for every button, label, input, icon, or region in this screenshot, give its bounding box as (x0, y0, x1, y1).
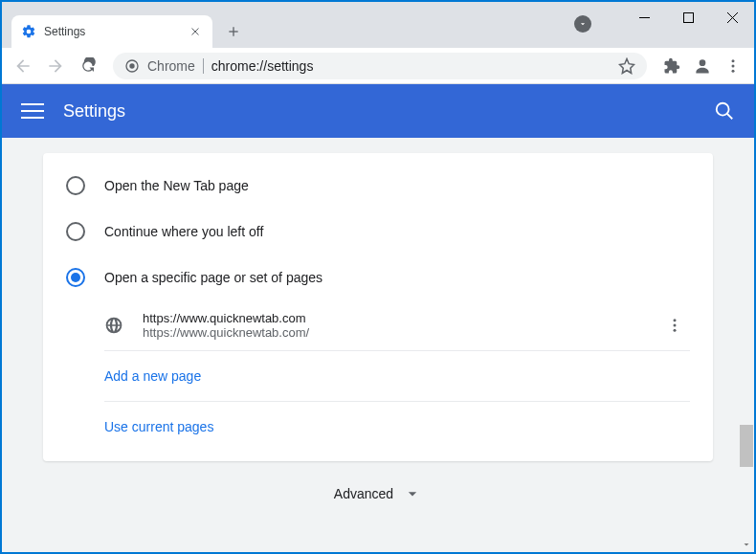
profile-avatar-icon[interactable] (689, 53, 716, 79)
more-actions-button[interactable] (659, 310, 690, 341)
extensions-icon[interactable] (658, 53, 685, 79)
on-startup-card: Open the New Tab page Continue where you… (43, 153, 713, 461)
radio-icon (66, 176, 85, 195)
radio-icon (66, 268, 85, 287)
svg-point-21 (674, 329, 677, 332)
browser-menu-icon[interactable] (720, 53, 746, 79)
site-info-icon[interactable] (124, 58, 140, 74)
maximize-button[interactable] (666, 2, 710, 33)
globe-icon (104, 316, 123, 335)
forward-button[interactable] (42, 53, 69, 79)
startup-page-row: https://www.quicknewtab.com https://www.… (43, 300, 713, 350)
divider (203, 58, 204, 74)
svg-point-12 (732, 64, 735, 67)
radio-label: Open a specific page or set of pages (104, 270, 322, 285)
reload-button[interactable] (75, 53, 101, 79)
close-window-button[interactable] (710, 2, 754, 33)
browser-toolbar: Chrome chrome://settings (2, 48, 754, 84)
svg-point-19 (674, 319, 677, 321)
svg-point-17 (717, 103, 729, 116)
settings-gear-icon (21, 24, 36, 39)
scroll-down-icon[interactable] (739, 537, 754, 552)
close-icon[interactable] (188, 24, 203, 39)
svg-point-10 (700, 59, 706, 66)
radio-open-new-tab[interactable]: Open the New Tab page (43, 163, 713, 209)
settings-header: Settings (2, 84, 754, 138)
bookmark-star-icon[interactable] (618, 57, 635, 75)
svg-rect-16 (21, 117, 44, 119)
minimize-button[interactable] (622, 2, 666, 33)
radio-label: Continue where you left off (104, 224, 263, 239)
svg-point-13 (732, 69, 735, 72)
tab-title: Settings (44, 25, 180, 38)
window-controls (622, 2, 754, 33)
url-text: chrome://settings (211, 58, 314, 74)
hamburger-menu-icon[interactable] (21, 100, 44, 122)
radio-continue[interactable]: Continue where you left off (43, 209, 713, 255)
svg-rect-14 (21, 103, 44, 105)
add-new-page-link[interactable]: Add a new page (43, 351, 713, 401)
advanced-label: Advanced (334, 486, 393, 501)
chevron-down-icon (403, 484, 422, 503)
back-button[interactable] (10, 53, 36, 79)
radio-icon (66, 222, 85, 241)
radio-label: Open the New Tab page (104, 178, 249, 193)
svg-point-9 (129, 63, 134, 68)
page-title: Settings (63, 101, 125, 122)
browser-tab-active[interactable]: Settings (11, 15, 212, 48)
scrollbar-thumb[interactable] (740, 425, 753, 467)
use-current-pages-link[interactable]: Use current pages (43, 402, 713, 452)
startup-page-title: https://www.quicknewtab.com (143, 311, 659, 325)
search-icon[interactable] (714, 100, 735, 122)
radio-specific-page[interactable]: Open a specific page or set of pages (43, 255, 713, 300)
address-bar[interactable]: Chrome chrome://settings (113, 53, 647, 79)
svg-rect-4 (639, 17, 650, 18)
tab-search-icon[interactable] (574, 15, 591, 33)
startup-page-url: https://www.quicknewtab.com/ (143, 325, 659, 340)
svg-line-18 (727, 114, 733, 120)
svg-point-11 (732, 59, 735, 62)
scrollbar[interactable] (739, 138, 754, 552)
svg-point-20 (674, 324, 677, 327)
advanced-toggle[interactable]: Advanced (2, 461, 754, 515)
settings-content: Open the New Tab page Continue where you… (2, 138, 754, 552)
url-scheme: Chrome (147, 58, 195, 74)
svg-rect-5 (683, 12, 693, 22)
browser-tab-strip: Settings (2, 2, 754, 48)
svg-rect-15 (21, 110, 44, 112)
new-tab-button[interactable] (220, 18, 247, 45)
